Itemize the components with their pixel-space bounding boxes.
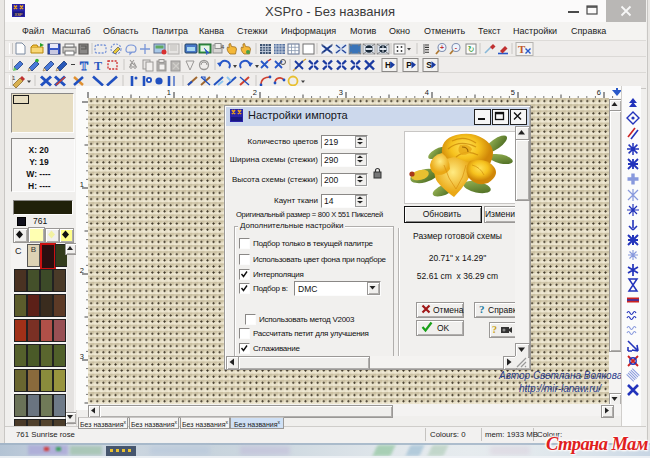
svg-text:1: 1 <box>12 75 16 81</box>
svg-text:1: 1 <box>167 88 171 97</box>
svg-text:XSP: XSP <box>14 12 22 17</box>
svg-text:T: T <box>80 59 88 73</box>
svg-text:T: T <box>518 43 526 55</box>
svg-text:2: 2 <box>80 266 84 275</box>
svg-text:T: T <box>94 59 102 73</box>
svg-text:S: S <box>426 60 432 70</box>
svg-text:2: 2 <box>253 88 257 97</box>
svg-text:↻: ↻ <box>468 45 475 54</box>
svg-text:5: 5 <box>511 88 515 97</box>
svg-text:3: 3 <box>339 88 343 97</box>
svg-text:H: H <box>385 60 391 70</box>
svg-text:4: 4 <box>221 44 225 50</box>
svg-text:6: 6 <box>597 88 601 97</box>
svg-text:3: 3 <box>80 352 84 361</box>
svg-text:1: 1 <box>80 180 84 189</box>
svg-text:4: 4 <box>425 88 429 97</box>
svg-text:+: + <box>440 44 444 51</box>
svg-text:P: P <box>406 60 412 70</box>
